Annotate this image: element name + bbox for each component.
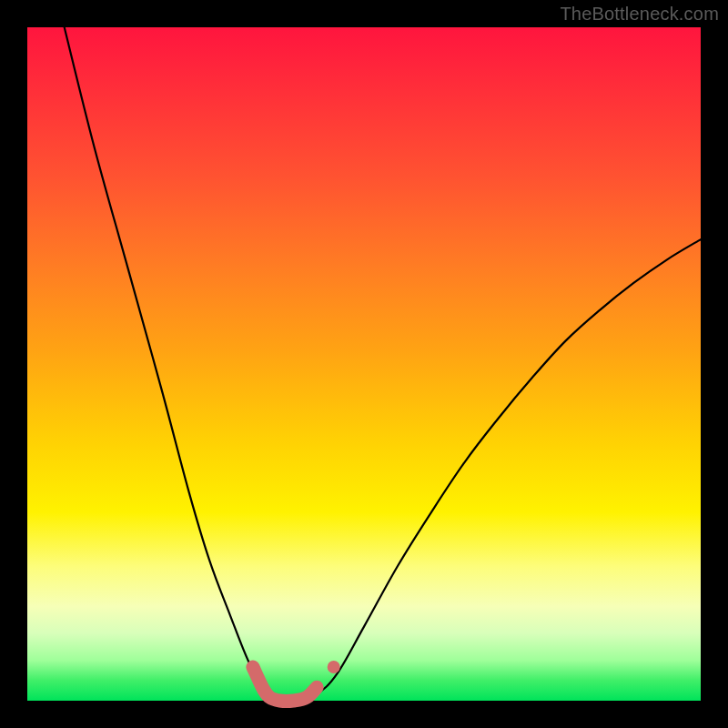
- highlight-stroke: [253, 667, 317, 702]
- curve-path: [65, 27, 701, 702]
- bottom-highlight: [253, 661, 340, 702]
- highlight-dot: [328, 661, 340, 673]
- watermark-text: TheBottleneck.com: [560, 4, 719, 25]
- chart-frame: TheBottleneck.com: [0, 0, 728, 728]
- curve-svg: [27, 27, 701, 701]
- plot-area: [27, 27, 701, 701]
